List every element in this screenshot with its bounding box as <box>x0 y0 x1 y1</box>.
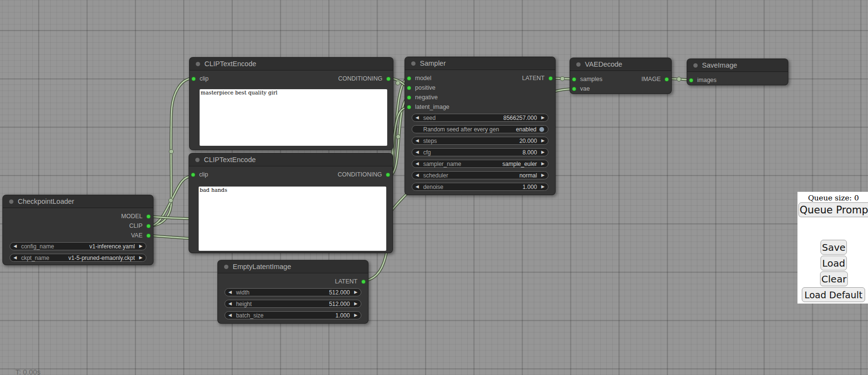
node-title-bar[interactable]: EmptyLatentImage <box>218 260 368 273</box>
widget-cfg[interactable]: ◀ cfg 8.000 ▶ <box>412 148 548 156</box>
widget-ckpt-name[interactable]: ◀ ckpt_name v1-5-pruned-emaonly.ckpt ▶ <box>10 254 146 262</box>
save-button[interactable]: Save <box>820 240 847 255</box>
output-slot-vae[interactable] <box>146 234 151 238</box>
link-center-dot[interactable] <box>396 135 401 139</box>
node-collapse-icon[interactable] <box>576 62 581 67</box>
input-slot-vae[interactable] <box>572 87 576 91</box>
positive-prompt-textarea[interactable]: masterpiece best quality girl <box>200 89 387 146</box>
next-value-arrow-icon[interactable]: ▶ <box>354 311 357 319</box>
prev-value-arrow-icon[interactable]: ◀ <box>416 137 419 145</box>
next-value-arrow-icon[interactable]: ▶ <box>354 300 357 308</box>
node-clip-text-encode-positive[interactable]: CLIPTextEncode clip CONDITIONING masterp… <box>189 57 393 150</box>
link-center-dot[interactable] <box>169 150 174 154</box>
output-slot-model[interactable] <box>146 214 151 219</box>
node-collapse-icon[interactable] <box>224 265 228 269</box>
widget-scheduler[interactable]: ◀ scheduler normal ▶ <box>412 171 548 179</box>
output-slot-conditioning[interactable] <box>386 77 391 81</box>
node-collapse-icon[interactable] <box>411 61 416 66</box>
node-empty-latent-image[interactable]: EmptyLatentImage LATENT ◀ width 512.000 … <box>217 260 369 324</box>
side-menu-panel: Queue size: 0 Queue Prompt Save Load Cle… <box>797 192 868 304</box>
negative-prompt-textarea[interactable]: bad hands <box>199 187 386 251</box>
input-slot-positive[interactable] <box>407 86 411 90</box>
clear-button[interactable]: Clear <box>820 271 848 286</box>
load-default-button[interactable]: Load Default <box>802 287 865 302</box>
widget-value: 8.000 <box>523 149 537 156</box>
link-center-dot[interactable] <box>169 199 173 203</box>
widget-width[interactable]: ◀ width 512.000 ▶ <box>225 288 361 296</box>
prev-value-arrow-icon[interactable]: ◀ <box>416 160 419 168</box>
widget-random-seed-toggle[interactable]: Random seed after every gen enabled <box>412 125 548 133</box>
widget-denoise[interactable]: ◀ denoise 1.000 ▶ <box>412 183 548 191</box>
input-label: positive <box>415 84 435 91</box>
next-value-arrow-icon[interactable]: ▶ <box>541 160 545 168</box>
next-value-arrow-icon[interactable]: ▶ <box>139 242 143 250</box>
widget-sampler-name[interactable]: ◀ sampler_name sample_euler ▶ <box>412 160 548 168</box>
next-value-arrow-icon[interactable]: ▶ <box>541 148 545 156</box>
node-collapse-icon[interactable] <box>195 158 200 162</box>
node-title-bar[interactable]: CLIPTextEncode <box>190 58 393 70</box>
prev-value-arrow-icon[interactable]: ◀ <box>416 114 419 122</box>
input-slot-latent-image[interactable] <box>407 105 411 109</box>
input-slot-samples[interactable] <box>572 77 576 82</box>
load-button[interactable]: Load <box>820 256 847 270</box>
prev-value-arrow-icon[interactable]: ◀ <box>416 183 419 191</box>
comfyui-canvas[interactable]: { "canvas": { "status_text": "T: 0.00s" … <box>0 0 868 375</box>
node-collapse-icon[interactable] <box>9 199 13 204</box>
widget-value: 8566257.000 <box>503 115 537 121</box>
prev-value-arrow-icon[interactable]: ◀ <box>228 311 232 319</box>
node-title: CheckpointLoader <box>18 198 74 205</box>
node-title-bar[interactable]: CLIPTextEncode <box>189 153 392 166</box>
prev-value-arrow-icon[interactable]: ◀ <box>416 171 419 179</box>
node-title: Sampler <box>420 59 446 67</box>
widget-config-name[interactable]: ◀ config_name v1-inference.yaml ▶ <box>10 242 146 250</box>
widget-label: denoise <box>423 184 443 190</box>
node-title: SaveImage <box>702 61 737 69</box>
widget-label: ckpt_name <box>21 255 49 261</box>
input-slot-clip[interactable] <box>191 77 196 81</box>
input-slot-images[interactable] <box>689 78 693 82</box>
widget-label: config_name <box>21 243 54 250</box>
widget-seed[interactable]: ◀ seed 8566257.000 ▶ <box>412 114 548 122</box>
node-title-bar[interactable]: VAEDecode <box>570 58 671 71</box>
queue-prompt-button[interactable]: Queue Prompt <box>798 202 868 217</box>
output-slot-clip[interactable] <box>146 224 151 228</box>
output-slot-latent[interactable] <box>548 76 553 81</box>
prev-value-arrow-icon[interactable]: ◀ <box>228 288 232 296</box>
node-collapse-icon[interactable] <box>196 62 200 66</box>
output-label: CONDITIONING <box>338 75 382 82</box>
widget-steps[interactable]: ◀ steps 20.000 ▶ <box>412 137 548 145</box>
widget-height[interactable]: ◀ height 512.000 ▶ <box>225 300 361 308</box>
prev-value-arrow-icon[interactable]: ◀ <box>13 242 17 250</box>
input-slot-negative[interactable] <box>407 95 411 100</box>
link-center-dot[interactable] <box>396 81 400 85</box>
node-title-bar[interactable]: Sampler <box>405 57 555 70</box>
next-value-arrow-icon[interactable]: ▶ <box>541 114 545 122</box>
input-slot-clip[interactable] <box>191 173 195 177</box>
node-checkpoint-loader[interactable]: CheckpointLoader MODEL CLIP VAE ◀ config… <box>2 195 154 265</box>
output-slot-conditioning[interactable] <box>386 173 390 177</box>
prev-value-arrow-icon[interactable]: ◀ <box>228 300 232 308</box>
widget-batch-size[interactable]: ◀ batch_size 1.000 ▶ <box>225 311 361 319</box>
node-title: VAEDecode <box>585 60 622 68</box>
prev-value-arrow-icon[interactable]: ◀ <box>416 148 419 156</box>
toggle-on-icon[interactable] <box>539 127 544 132</box>
node-title-bar[interactable]: SaveImage <box>687 59 788 72</box>
input-slot-model[interactable] <box>407 76 411 81</box>
node-save-image[interactable]: SaveImage images <box>687 59 788 85</box>
node-title: CLIPTextEncode <box>204 60 256 68</box>
next-value-arrow-icon[interactable]: ▶ <box>354 288 357 296</box>
next-value-arrow-icon[interactable]: ▶ <box>541 171 545 179</box>
next-value-arrow-icon[interactable]: ▶ <box>139 254 143 262</box>
output-slot-image[interactable] <box>665 77 669 82</box>
link-center-dot[interactable] <box>677 77 681 82</box>
prev-value-arrow-icon[interactable]: ◀ <box>13 254 17 262</box>
node-vae-decode[interactable]: VAEDecode samples IMAGE vae <box>570 58 672 94</box>
node-title-bar[interactable]: CheckpointLoader <box>3 195 153 208</box>
link-center-dot[interactable] <box>560 77 565 81</box>
node-collapse-icon[interactable] <box>693 63 698 68</box>
node-clip-text-encode-negative[interactable]: CLIPTextEncode clip CONDITIONING bad han… <box>189 153 393 253</box>
output-slot-latent[interactable] <box>361 280 366 284</box>
next-value-arrow-icon[interactable]: ▶ <box>541 183 545 191</box>
node-sampler[interactable]: Sampler model LATENT positive negative l… <box>404 57 556 195</box>
next-value-arrow-icon[interactable]: ▶ <box>541 137 545 145</box>
